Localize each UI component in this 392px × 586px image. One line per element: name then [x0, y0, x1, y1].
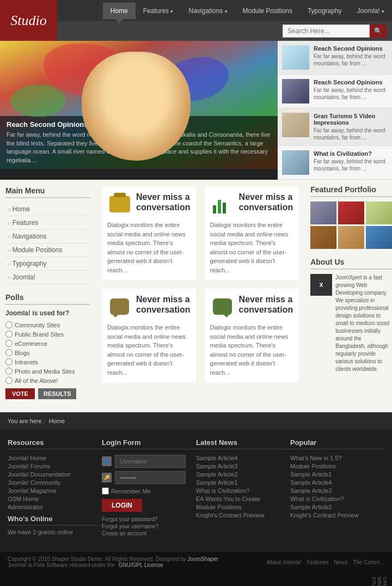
sidebar-item-typography[interactable]: Typography	[5, 257, 90, 271]
news-link-3[interactable]: Sample Article2	[196, 471, 290, 478]
hero-side-content-3: Gran Turismo 5 Video Impressions Far far…	[314, 113, 388, 141]
footer-link-joomla-forums[interactable]: Joomla! Forums	[8, 463, 102, 469]
who-online: Who's Online We have 2 guests online	[8, 515, 102, 535]
bottom-link-news[interactable]: News	[334, 559, 347, 565]
portfolio-thumb-1[interactable]	[310, 202, 336, 224]
nav-item-home[interactable]: Home	[103, 3, 136, 19]
hero-side-item-4[interactable]: What is Civilization? Far far away, behi…	[278, 146, 392, 180]
breadcrumb-home[interactable]: Home	[49, 418, 65, 424]
portfolio-thumb-3[interactable]	[366, 202, 392, 224]
login-form: 👤 🔑 Remember Me LOGIN Forgot your passwo…	[102, 455, 196, 543]
header: Studio Home Features Navigations Mod	[0, 0, 392, 41]
sidebar-item-features[interactable]: Features	[5, 216, 90, 230]
news-link-6[interactable]: EA Wants You to Create	[196, 496, 290, 502]
poll-option-4[interactable]: Blogs	[5, 349, 90, 356]
popular-link-5[interactable]: Sample Article3	[290, 487, 384, 494]
username-field: 👤	[102, 455, 191, 468]
hero-thumb-4	[282, 150, 309, 175]
results-button[interactable]: RESULTS	[38, 388, 77, 399]
nav-item-features[interactable]: Features	[136, 3, 181, 19]
popular-link-6[interactable]: What is Civilization?	[290, 496, 384, 502]
footer-link-joomla-docs[interactable]: Joomla! Documentation	[8, 471, 102, 478]
poll-option-5[interactable]: Intranets	[5, 358, 90, 365]
footer-bottom: Copyright © 2010 Shaper Studio Demo. All…	[0, 552, 392, 572]
portfolio-grid	[310, 202, 392, 249]
card-title-3: Never miss a conversation	[136, 294, 191, 315]
news-link-8[interactable]: Knight's Contract Preview	[196, 512, 290, 518]
popular-link-7[interactable]: Sample Article2	[290, 504, 384, 510]
footer-link-osm-home[interactable]: OSM Home	[8, 496, 102, 502]
create-account-link[interactable]: Create an account	[102, 530, 191, 536]
popular-link-4[interactable]: Sample Article4	[290, 479, 384, 486]
content-card-2: Never miss a conversation Dialogix monit…	[205, 186, 299, 280]
vote-button[interactable]: VOTE	[5, 388, 35, 399]
news-link-1[interactable]: Sample Article4	[196, 455, 290, 461]
poll-option-6[interactable]: Photo and Media Sites	[5, 368, 90, 375]
nav-item-module-positions[interactable]: Module Positions	[235, 3, 300, 19]
news-link-7[interactable]: Module Positions	[196, 504, 290, 510]
bottom-link-about[interactable]: About Joomla!	[267, 559, 302, 565]
popular-link-8[interactable]: Knight's Contract Preview	[290, 512, 384, 518]
popular-link-2[interactable]: Module Positions	[290, 463, 384, 469]
bottom-link-comm[interactable]: The Comm...	[353, 559, 384, 565]
footer-columns: Resources Joomla! Home Joomla! Forums Jo…	[0, 430, 392, 552]
news-link-5[interactable]: What is Civilization?	[196, 487, 290, 494]
poll-option-2[interactable]: Public Brand Sites	[5, 331, 90, 338]
footer-link-joomla-magazine[interactable]: Joomla! Magazine	[8, 487, 102, 494]
main-menu: Home Features Navigations Module Positio…	[5, 203, 90, 284]
portfolio-thumb-4[interactable]	[310, 226, 336, 249]
card-text-3: Dialogix monitors the entire social medi…	[107, 323, 191, 377]
portfolio-thumb-6[interactable]	[366, 226, 392, 249]
hero-side-item-2[interactable]: Reach Second Opinions Far far away, behi…	[278, 75, 392, 108]
main-content: Main Menu Home Features Navigations Modu…	[0, 180, 392, 412]
card-header-2: Never miss a conversation	[210, 192, 293, 216]
footer-col-popular: Popular What's New in 1.5? Module Positi…	[290, 438, 384, 543]
license-link[interactable]: GNU/GPL License	[119, 562, 163, 568]
password-input[interactable]	[115, 471, 186, 484]
sidebar-item-joomla[interactable]: Joomla!	[5, 271, 90, 284]
content-card-3: Never miss a conversation Dialogix monit…	[102, 289, 196, 382]
logo-text: Studio	[10, 13, 46, 29]
remember-checkbox[interactable]	[102, 487, 109, 495]
poll-option-7[interactable]: All of the Above!	[5, 377, 90, 384]
hero-image: Reach Second Opinions Far far away, behi…	[0, 41, 278, 169]
poll-option-3[interactable]: eCommerce	[5, 340, 90, 347]
nav-item-typography[interactable]: Typography	[300, 3, 350, 19]
nav-item-navigations[interactable]: Navigations	[181, 3, 235, 19]
content-grid: Never miss a conversation Dialogix monit…	[102, 186, 298, 382]
username-input[interactable]	[115, 455, 186, 468]
portfolio-thumb-5[interactable]	[338, 226, 364, 249]
news-link-4[interactable]: Sample Article1	[196, 479, 290, 486]
portfolio-thumb-2[interactable]	[338, 202, 364, 224]
poll-option-1[interactable]: Community Sites	[5, 321, 90, 328]
footer-link-administrator[interactable]: Administrator	[8, 504, 102, 510]
footer-link-joomla-community[interactable]: Joomla! Community	[8, 479, 102, 486]
footer-col-resources: Resources Joomla! Home Joomla! Forums Jo…	[8, 438, 102, 543]
popular-link-1[interactable]: What's New in 1.5?	[290, 455, 384, 461]
footer-col-news: Latest News Sample Article4 Sample Artic…	[196, 438, 290, 543]
breadcrumb: You are here : Home	[8, 418, 384, 424]
hero-side-item-3[interactable]: Gran Turismo 5 Video Impressions Far far…	[278, 108, 392, 146]
hero-side-item-1[interactable]: Reach Second Opinions Far far away, behi…	[278, 41, 392, 75]
login-button[interactable]: LOGIN	[102, 499, 142, 512]
card-title-1: Never miss a conversation	[136, 192, 191, 212]
poll-options: Community Sites Public Brand Sites eComm…	[5, 321, 90, 384]
nav-item-joomla[interactable]: Joomla!	[350, 3, 392, 19]
news-link-2[interactable]: Sample Article3	[196, 463, 290, 469]
popular-link-3[interactable]: Sample Article1	[290, 471, 384, 478]
card-text-4: Dialogix monitors the entire social medi…	[210, 323, 293, 377]
site-logo[interactable]: Studio	[0, 0, 57, 41]
footer-link-joomla-home[interactable]: Joomla! Home	[8, 455, 102, 461]
bottom-link-features[interactable]: Features	[307, 559, 328, 565]
content-card-1: Never miss a conversation Dialogix monit…	[102, 186, 196, 280]
designer-link[interactable]: JoomShaper	[187, 556, 218, 562]
sidebar-item-module-positions[interactable]: Module Positions	[5, 243, 90, 257]
sidebar-item-navigations[interactable]: Navigations	[5, 230, 90, 243]
about-section: About Us X JoomXpert is a fast growing W…	[310, 258, 392, 373]
search-button[interactable]: 🔍	[370, 25, 387, 38]
search-input[interactable]	[283, 25, 370, 38]
footer-copyright: Copyright © 2010 Shaper Studio Demo. All…	[8, 556, 218, 568]
sidebar-item-home[interactable]: Home	[5, 203, 90, 216]
forgot-password-link[interactable]: Forgot your password?	[102, 516, 191, 522]
forgot-username-link[interactable]: Forgot your username?	[102, 523, 191, 529]
